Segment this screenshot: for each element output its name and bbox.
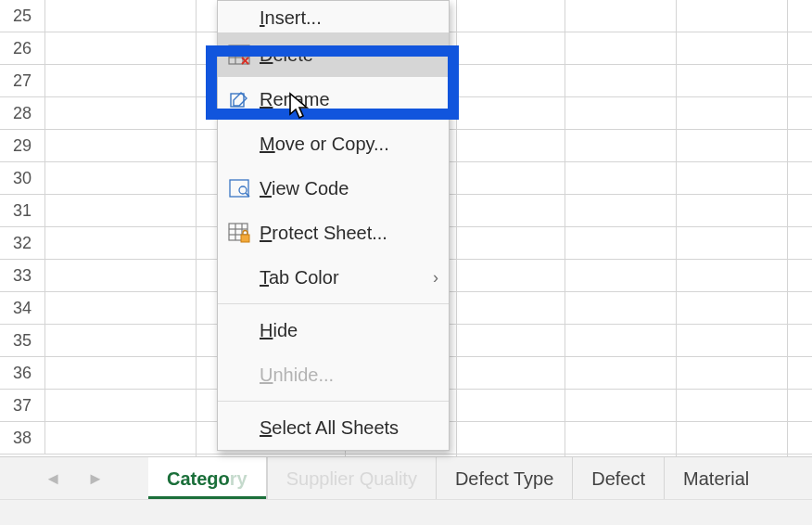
menu-unhide: Unhide...	[218, 352, 449, 397]
menu-label: ab Color	[269, 267, 339, 288]
row-header[interactable]: 30	[0, 162, 45, 195]
svg-point-9	[239, 186, 247, 194]
view-code-icon	[218, 178, 260, 198]
menu-label: iew Code	[272, 178, 349, 198]
tab-label: Defect Type	[455, 468, 553, 490]
menu-view-code[interactable]: View Code	[218, 166, 449, 211]
menu-label: nsert...	[265, 7, 322, 28]
row-header[interactable]: 36	[0, 357, 45, 390]
row-header[interactable]: 31	[0, 195, 45, 227]
tab-label: Defect	[591, 468, 645, 490]
menu-separator	[218, 303, 449, 304]
menu-insert[interactable]: Insert...	[218, 1, 449, 32]
row-header[interactable]: 29	[0, 130, 45, 162]
row-header[interactable]: 38	[0, 422, 45, 455]
svg-rect-16	[241, 235, 249, 242]
row-header[interactable]: 26	[0, 32, 45, 65]
menu-label: ide	[273, 320, 298, 340]
row-header[interactable]: 27	[0, 65, 45, 97]
row-header[interactable]: 37	[0, 390, 45, 422]
rename-icon	[218, 89, 260, 109]
submenu-arrow-icon: ›	[423, 268, 449, 288]
row-header[interactable]: 32	[0, 227, 45, 260]
menu-move-or-copy[interactable]: Move or Copy...	[218, 122, 449, 166]
sheet-tab-context-menu: Insert... Delete Rename Move or C	[217, 0, 450, 451]
menu-separator	[218, 401, 449, 402]
menu-hide[interactable]: Hide	[218, 308, 449, 352]
row-headers: 2526272829303132333435363738	[0, 0, 45, 455]
status-bar	[0, 499, 812, 525]
row-header[interactable]: 28	[0, 97, 45, 130]
row-header[interactable]: 34	[0, 292, 45, 325]
nav-prev-icon: ◄	[44, 470, 61, 487]
menu-tab-color[interactable]: Tab Color ›	[218, 255, 449, 300]
sheet-tab-category[interactable]: Category	[148, 457, 267, 500]
menu-label: ename	[273, 89, 329, 109]
protect-sheet-icon	[218, 223, 260, 243]
sheet-tab-defect[interactable]: Defect	[573, 457, 665, 500]
row-header[interactable]: 25	[0, 0, 45, 32]
delete-sheet-icon	[218, 45, 260, 65]
row-header[interactable]: 33	[0, 260, 45, 292]
nav-next-icon: ►	[87, 470, 104, 487]
menu-select-all-sheets[interactable]: Select All Sheets	[218, 405, 449, 450]
menu-delete[interactable]: Delete	[218, 32, 449, 77]
sheet-tab-material[interactable]: Material	[665, 457, 768, 500]
tab-label: Material	[683, 468, 749, 490]
menu-rename[interactable]: Rename	[218, 77, 449, 122]
sheet-tab-defect-type[interactable]: Defect Type	[437, 457, 573, 500]
menu-label: ove or Copy...	[275, 134, 389, 154]
sheet-tab-supplier-quality[interactable]: Supplier Quality	[267, 457, 437, 500]
menu-label: nhide...	[273, 365, 334, 385]
tab-label: Supplier Quality	[286, 468, 417, 490]
menu-protect-sheet[interactable]: Protect Sheet...	[218, 211, 449, 255]
menu-label: elect All Sheets	[272, 417, 399, 438]
tab-label: Category	[167, 468, 247, 490]
sheet-tab-strip: ◄ ► Category Supplier Quality Defect Typ…	[0, 456, 812, 500]
menu-label: rotect Sheet...	[272, 223, 387, 243]
menu-label: elete	[273, 45, 312, 65]
tab-nav-arrows[interactable]: ◄ ►	[0, 457, 148, 500]
row-header[interactable]: 35	[0, 325, 45, 357]
